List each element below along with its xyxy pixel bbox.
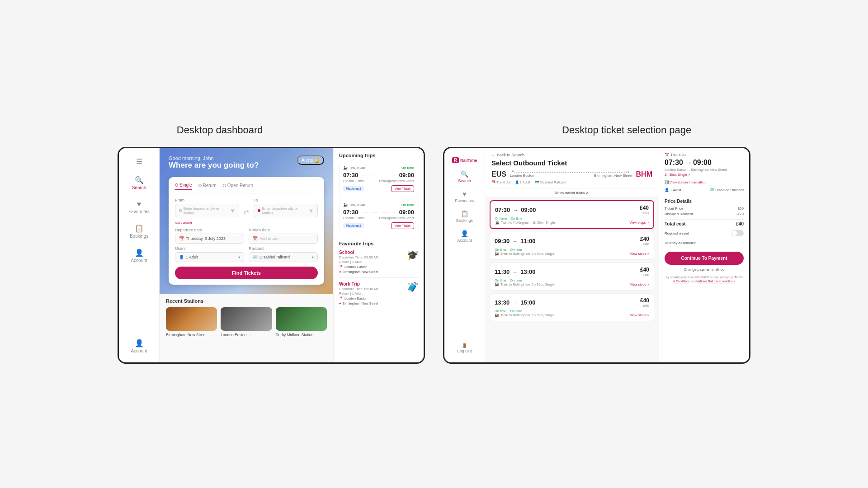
ts-sidebar-account[interactable]: 👤 Account <box>444 226 485 246</box>
ts-account-label: Account <box>457 238 472 243</box>
search-card: Single Return Open Return <box>169 177 324 285</box>
station-bham[interactable]: Birmingham New Street → <box>166 307 217 337</box>
ts-sidebar-search[interactable]: 🔍 Search <box>444 167 485 187</box>
change-payment-link[interactable]: Change payment method <box>665 267 744 272</box>
trip-1-dep: 07:30 <box>343 172 358 178</box>
departure-label: Departure date <box>175 228 244 232</box>
ts-sidebar-bookings[interactable]: 📋 Bookings <box>444 206 485 226</box>
hero-section: Good morning, John Where are you going t… <box>160 148 333 294</box>
stations-row: Birmingham New Street → London Euston → … <box>166 307 327 337</box>
trip-card-1-header: 🚂 Thu, 6 Jul On time <box>343 166 414 170</box>
discount-value: -£20 <box>736 212 744 216</box>
total-row: Total cost £40 <box>665 219 744 226</box>
fav-school-to: ● Birmingham New Street <box>339 270 418 274</box>
view-stops-2[interactable]: View stops > <box>630 252 649 256</box>
screens-row: ☰ 🔍 Search ♥ Favourites 📋 Bookings 👤 Acc… <box>27 147 841 364</box>
brand-name: RailTime <box>460 158 477 163</box>
view-stops-3[interactable]: View stops > <box>630 282 649 286</box>
price-details-title: Price Details <box>665 199 744 204</box>
view-ticket-btn-1[interactable]: View Ticket <box>391 185 414 192</box>
train-card-4[interactable]: 13:30 → 15:00 £40 £60 On time On time <box>490 293 654 321</box>
train-card-2[interactable]: 09:30 → 11:00 £40 £60 On time On time <box>490 232 654 260</box>
continue-payment-button[interactable]: Continue To Payment <box>665 252 744 265</box>
fav-divider <box>339 277 418 278</box>
bham-img <box>166 307 217 331</box>
alerts-button[interactable]: Alerts 🔔 <box>297 155 324 165</box>
railcard-select[interactable]: 🪪 Disabled railcard ▾ <box>249 252 318 262</box>
tab-single[interactable]: Single <box>175 183 192 190</box>
return-group: Return date 📅 Add return <box>249 228 318 244</box>
to-input[interactable]: Enter departure city or station 🎙 <box>254 204 318 217</box>
from-placeholder: Enter departure city or station <box>184 206 229 215</box>
train-4-dep: 13:30 <box>495 299 509 306</box>
train-1-arr: 09:00 <box>521 206 536 213</box>
swap-button[interactable]: ⇄ <box>244 198 249 217</box>
sidebar-hamburger[interactable]: ☰ <box>119 154 159 169</box>
route-display: EUS ● → London Euston Birmingham New Str… <box>491 170 652 178</box>
railtime-logo: R RailTime <box>449 154 480 167</box>
trip-1-stations: London Euston Birminghams New Street <box>343 179 414 183</box>
sidebar-item-account[interactable]: 👤 Account <box>119 245 159 267</box>
train-3-dep: 11:30 <box>495 268 509 275</box>
ts-sidebar-favourites[interactable]: ♥ Favourites <box>444 187 485 206</box>
train-1-price: £40 £60 <box>640 205 649 215</box>
train-icon-2: 🚂 <box>495 252 499 256</box>
departure-field[interactable]: 📅 Thursday, 6 July 2023 <box>175 234 244 244</box>
from-input[interactable]: Enter departure city or station 🎙 <box>175 204 239 217</box>
bottom-account-label: Account <box>131 348 147 353</box>
station-derby[interactable]: Derby Midland Station → <box>276 307 327 337</box>
view-stops-1[interactable]: View stops > <box>629 221 649 225</box>
station-info-link[interactable]: ℹ️ View station information <box>665 180 744 184</box>
ticket-selection-screen: R RailTime 🔍 Search ♥ Favourites 📋 Booki… <box>443 147 750 364</box>
school-icon: 🎓 <box>407 250 418 261</box>
back-link[interactable]: ← Back to Search <box>491 153 652 157</box>
find-tickets-button[interactable]: Find Tickets <box>175 267 318 279</box>
summary-duration[interactable]: 1h 30m, Single > <box>665 173 744 177</box>
ts-heart-icon: ♥ <box>462 190 466 197</box>
view-ticket-btn-2[interactable]: View Ticket <box>391 222 414 229</box>
return-field[interactable]: 📅 Add return <box>249 234 318 244</box>
train-card-1[interactable]: 07:30 → 09:00 £40 £60 On time On time <box>490 200 654 229</box>
railcard-chevron: ▾ <box>312 255 314 259</box>
user-icon: 👤 <box>179 255 184 259</box>
to-dot-icon <box>258 209 260 212</box>
train-1-info: 🚂 Train to Nottingham 1h 30m, Single <box>495 221 555 225</box>
view-stops-4[interactable]: View stops > <box>630 313 649 317</box>
account-icon: 👤 <box>135 249 144 257</box>
train-2-bottom: 🚂 Train to Nottingham 1h 30m, Single Vie… <box>495 252 649 256</box>
sidebar-item-bookings[interactable]: 📋 Bookings <box>119 221 159 242</box>
tab-open-return[interactable]: Open Return <box>223 183 253 190</box>
via-avoid-link[interactable]: Via / Avoid <box>175 221 318 225</box>
total-value: £40 <box>736 221 744 226</box>
train-card-3[interactable]: 11:30 → 13:00 £40 £60 On time On time <box>490 263 654 291</box>
railcard-group: Railcard 🪪 Disabled railcard ▾ <box>249 246 318 262</box>
train-icon-2: 🚂 <box>343 203 348 207</box>
train-4-price-full: £60 <box>640 304 649 308</box>
show-earlier-button[interactable]: Show earlier trains ∧ <box>485 188 659 197</box>
from-label: From <box>175 198 239 202</box>
logout-button[interactable]: 🚪 Log Out <box>455 340 473 357</box>
sidebar-bottom-account[interactable]: 👤 Account <box>119 335 159 357</box>
train-4-arr: 15:00 <box>520 299 535 306</box>
hero-title: Where are you going to? <box>169 161 259 170</box>
train-2-arrow: → <box>512 238 518 244</box>
train-3-dep-status: On time <box>495 278 506 282</box>
fav-school-departure: Departure Time: 09:30 AM <box>339 255 418 259</box>
users-select[interactable]: 👤 1 Adult ▾ <box>175 252 244 262</box>
railcard-value: Disabled railcard <box>259 255 290 259</box>
national-rail-link[interactable]: National Rail travel conditions <box>696 280 735 283</box>
train-3-price: £40 £60 <box>640 267 649 277</box>
tab-return[interactable]: Return <box>198 183 217 190</box>
seat-toggle-switch[interactable] <box>731 230 744 236</box>
work-location-icon: 📍 <box>339 296 343 300</box>
train-2-dep: 09:30 <box>495 238 509 244</box>
ticket-right-panel: 📅 Thu, 6 Jul 07:30 → 09:00 London Euston… <box>659 148 749 362</box>
railcard-label: Railcard <box>249 246 318 251</box>
train-3-price-full: £60 <box>640 273 649 277</box>
sidebar-item-search[interactable]: 🔍 Search <box>119 172 159 194</box>
station-euston[interactable]: London Euston → <box>221 307 272 337</box>
sidebar-item-favourites[interactable]: ♥ Favourites <box>119 197 159 218</box>
hero-greeting-block: Good morning, John Where are you going t… <box>169 155 259 175</box>
train-icon-1: 🚂 <box>495 221 499 225</box>
summary-passengers: 👤 1 Adult 🪪 Disabled Railcard <box>665 188 744 195</box>
